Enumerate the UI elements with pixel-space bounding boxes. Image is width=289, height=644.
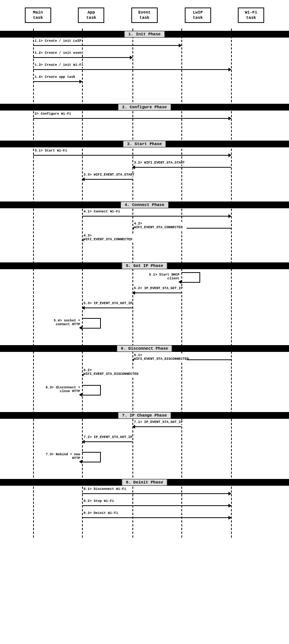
msg-row-5-2: 6.3> disconnect + close HTTP xyxy=(0,385,289,397)
phase-label-6: 7. IP Change Phase xyxy=(118,412,171,419)
phase-bar-1: 2. Configure Phase xyxy=(0,104,289,111)
arrow-7-1 xyxy=(82,505,231,506)
sequence-body: 1. Init Phase1.1> Create / init LwIP1.2>… xyxy=(0,29,289,538)
msg-label-3-2: 4.3> WIFI_EVENT_STA_CONNECTED xyxy=(84,234,136,242)
phase-label-7: 8. Deinit Phase xyxy=(122,479,167,486)
msg-label-5-0: 6.1> WIFI_EVENT_STA_DISCONNECTED xyxy=(134,353,187,362)
arrow-0-0 xyxy=(33,45,181,46)
msg-row-7-2: 8.3> Deinit Wi-Fi xyxy=(0,513,289,525)
msg-row-0-3: 1.4> Create app task xyxy=(0,77,289,89)
header-event: Eventtask xyxy=(131,8,158,23)
msg-label-0-0: 1.1> Create / init LwIP xyxy=(35,39,81,43)
msg-row-6-0: 7.1> IP_EVENT_STA_GOT_IP xyxy=(0,422,289,434)
msg-row-2-1: 3.2> WIFI_EVENT_STA_START xyxy=(0,162,289,174)
msg-row-3-1: 4.2> WIFI_EVENT_STA_CONNECTED xyxy=(0,223,289,235)
phase-bar-0: 1. Init Phase xyxy=(0,31,289,38)
msg-label-7-2: 8.3> Deinit Wi-Fi xyxy=(84,511,118,515)
phase-label-5: 6. Disconnect Phase xyxy=(117,345,172,352)
msg-label-6-0: 7.1> IP_EVENT_STA_GOT_IP xyxy=(134,420,183,424)
arrow-0-1 xyxy=(33,57,132,58)
msg-label-3-1: 4.2> WIFI_EVENT_STA_CONNECTED xyxy=(134,222,187,230)
msg-row-6-2: 7.3> Rebind + new HTTP xyxy=(0,452,289,464)
phase-bar-5: 6. Disconnect Phase xyxy=(0,345,289,352)
msg-label-7-1: 8.2> Stop Wi-Fi xyxy=(84,499,114,503)
msg-row-5-0: 6.1> WIFI_EVENT_STA_DISCONNECTED xyxy=(0,355,289,367)
msg-row-7-1: 8.2> Stop Wi-Fi xyxy=(0,501,289,513)
msg-label-4-3: 5.4> socket + connect HTTP xyxy=(41,319,80,327)
sequence-diagram: Maintask Apptask Eventtask LwIPtask Wi-F… xyxy=(0,0,289,541)
msg-row-6-1: 7.2> IP_EVENT_STA_GOT_IP xyxy=(0,437,289,449)
arrow-2-2 xyxy=(82,179,132,180)
phase-label-4: 5. Got IP Phase xyxy=(122,262,167,269)
arrow-2-1 xyxy=(132,167,231,168)
arrow-3-0 xyxy=(82,216,231,217)
msg-label-7-0: 8.1> Disconnect Wi-Fi xyxy=(84,487,126,491)
msg-row-1-0: 2> Configure Wi-Fi xyxy=(0,114,289,126)
msg-label-0-3: 1.4> Create app task xyxy=(35,75,75,79)
phase-bar-6: 7. IP Change Phase xyxy=(0,412,289,419)
msg-row-4-1: 5.2> IP_EVENT_STA_GOT_IP xyxy=(0,288,289,300)
msg-label-3-0: 4.1> Connect Wi-Fi xyxy=(84,210,120,214)
header-app: Apptask xyxy=(78,8,104,23)
phase-label-1: 2. Configure Phase xyxy=(118,104,171,111)
msg-label-5-2: 6.3> disconnect + close HTTP xyxy=(41,386,80,394)
self-arrow-4-3 xyxy=(82,318,101,329)
arrow-6-1 xyxy=(82,441,132,442)
msg-label-4-0: 5.1> Start DHCP client xyxy=(140,273,179,281)
msg-row-5-1: 6.2> WIFI_EVENT_STA_DISCONNECTED xyxy=(0,370,289,382)
arrow-0-3 xyxy=(33,81,82,82)
msg-label-2-1: 3.2> WIFI_EVENT_STA_START xyxy=(134,161,185,165)
msg-row-4-0: 5.1> Start DHCP client xyxy=(0,272,289,284)
self-arrow-5-2 xyxy=(82,385,101,395)
arrow-7-0 xyxy=(82,493,231,494)
msg-row-2-2: 3.3> WIFI_EVENT_STA_START xyxy=(0,174,289,186)
header-lwip: LwIPtask xyxy=(185,8,211,23)
msg-label-0-1: 1.2> Create / init event xyxy=(35,51,84,55)
phase-bar-2: 3. Start Phase xyxy=(0,141,289,147)
arrow-6-0 xyxy=(132,426,181,427)
arrow-4-2 xyxy=(82,308,132,308)
msg-label-6-1: 7.2> IP_EVENT_STA_GOT_IP xyxy=(84,435,132,439)
msg-label-4-2: 5.3> IP_EVENT_STA_GOT_IP xyxy=(84,302,132,306)
msg-label-2-0: 3.1> Start Wi-Fi xyxy=(35,149,67,153)
phase-bar-4: 5. Got IP Phase xyxy=(0,262,289,269)
msg-label-6-2: 7.3> Rebind + new HTTP xyxy=(41,453,80,461)
self-arrow-6-2 xyxy=(82,452,101,462)
header-main: Maintask xyxy=(25,8,51,23)
arrow-0-2 xyxy=(33,69,231,70)
msg-row-4-3: 5.4> socket + connect HTTP xyxy=(0,318,289,330)
msg-row-4-2: 5.3> IP_EVENT_STA_GOT_IP xyxy=(0,303,289,315)
arrow-7-2 xyxy=(82,517,231,518)
headers-row: Maintask Apptask Eventtask LwIPtask Wi-F… xyxy=(0,4,289,27)
phase-bar-3: 4. Connect Phase xyxy=(0,202,289,208)
msg-label-2-2: 3.3> WIFI_EVENT_STA_START xyxy=(84,173,134,177)
msg-label-4-1: 5.2> IP_EVENT_STA_GOT_IP xyxy=(134,286,183,291)
msg-label-1-0: 2> Configure Wi-Fi xyxy=(35,112,71,116)
phase-label-3: 4. Connect Phase xyxy=(120,202,169,208)
msg-label-5-1: 6.2> WIFI_EVENT_STA_DISCONNECTED xyxy=(84,368,136,377)
msg-row-3-2: 4.3> WIFI_EVENT_STA_CONNECTED xyxy=(0,235,289,247)
msg-label-0-2: 1.3> Create / init Wi-Fi xyxy=(35,63,84,67)
msg-row-7-0: 8.1> Disconnect Wi-Fi xyxy=(0,489,289,501)
phase-label-2: 3. Start Phase xyxy=(123,141,166,147)
arrow-2-0 xyxy=(33,155,231,156)
phase-label-0: 1. Init Phase xyxy=(124,31,165,38)
phase-bar-7: 8. Deinit Phase xyxy=(0,479,289,486)
self-arrow-4-0 xyxy=(181,272,200,283)
arrow-1-0 xyxy=(33,118,231,119)
arrow-4-1 xyxy=(132,292,181,293)
header-wifi: Wi-Fitask xyxy=(238,8,264,23)
